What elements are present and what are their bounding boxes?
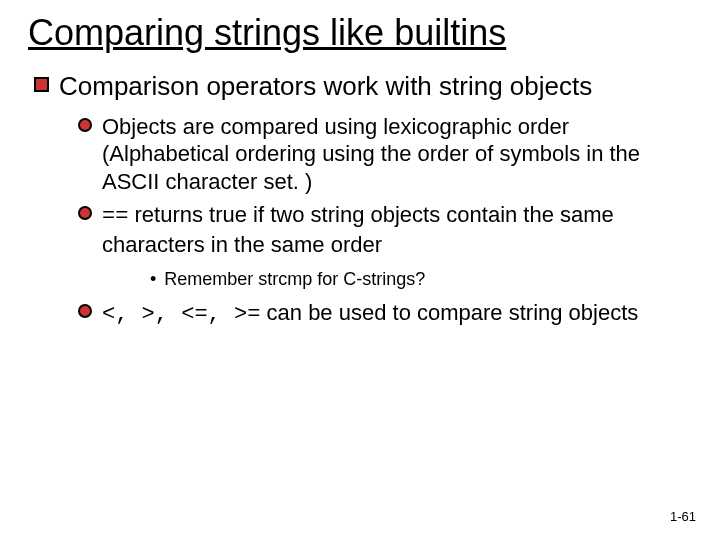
code-operators: <, >, <=, >= bbox=[102, 302, 260, 327]
dot-bullet-icon: • bbox=[150, 268, 156, 291]
circle-bullet-icon bbox=[78, 304, 92, 318]
bullet-level-2: == returns true if two string objects co… bbox=[78, 201, 692, 258]
slide-title: Comparing strings like builtins bbox=[28, 12, 692, 53]
sub-3-text: <, >, <=, >= can be used to compare stri… bbox=[102, 299, 692, 329]
sub-3-rest: can be used to compare string objects bbox=[260, 300, 638, 325]
subsub-text: Remember strcmp for C-strings? bbox=[164, 268, 425, 291]
code-equals: == bbox=[102, 204, 128, 229]
circle-bullet-icon bbox=[78, 206, 92, 220]
page-number: 1-61 bbox=[670, 509, 696, 524]
square-bullet-icon bbox=[34, 77, 49, 92]
bullet-level-2: <, >, <=, >= can be used to compare stri… bbox=[78, 299, 692, 329]
level-2-block: Objects are compared using lexicographic… bbox=[78, 113, 692, 329]
bullet-row: Comparison operators work with string ob… bbox=[34, 71, 692, 102]
bullet-level-2: Objects are compared using lexicographic… bbox=[78, 113, 692, 196]
bullet-level-3: • Remember strcmp for C-strings? bbox=[150, 268, 692, 291]
bullet-1-text: Comparison operators work with string ob… bbox=[59, 71, 592, 102]
sub-1-text: Objects are compared using lexicographic… bbox=[102, 113, 692, 196]
sub-2-text: == returns true if two string objects co… bbox=[102, 201, 692, 258]
sub-2-rest: returns true if two string objects conta… bbox=[102, 202, 614, 257]
slide: Comparing strings like builtins Comparis… bbox=[0, 0, 720, 540]
circle-bullet-icon bbox=[78, 118, 92, 132]
bullet-level-1: Comparison operators work with string ob… bbox=[34, 71, 692, 329]
